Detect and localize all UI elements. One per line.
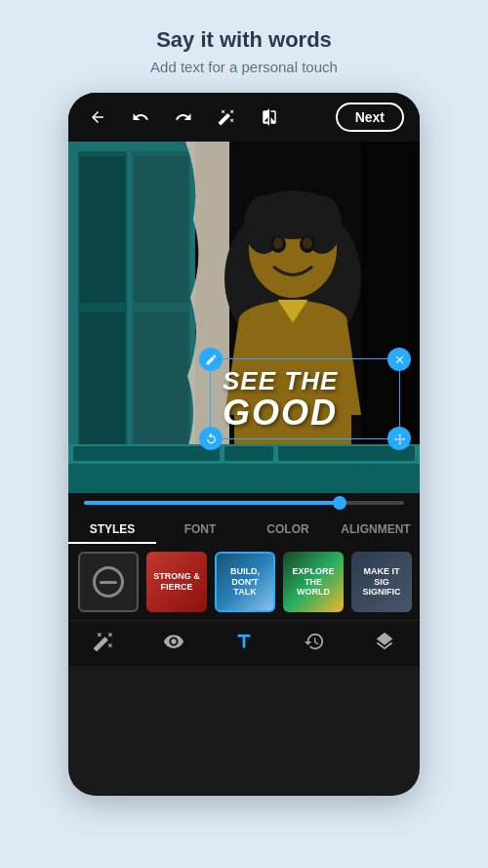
- style-thumb-4[interactable]: MAKE IT SIG SIGNIFIC: [351, 552, 412, 612]
- layers-tool[interactable]: [349, 631, 420, 652]
- photo-svg: [68, 142, 420, 493]
- edit-handle[interactable]: [199, 348, 223, 371]
- bottom-toolbar: [68, 620, 420, 666]
- text-tool[interactable]: [209, 631, 279, 652]
- no-style-icon: [93, 566, 124, 598]
- svg-rect-4: [80, 156, 125, 303]
- svg-point-16: [303, 237, 312, 249]
- style-thumb-3[interactable]: EXPLORE THE WORLD: [283, 552, 344, 612]
- svg-rect-21: [224, 446, 273, 461]
- style-thumb-none[interactable]: [78, 552, 139, 612]
- top-toolbar: Next: [68, 93, 420, 142]
- compare-icon[interactable]: [256, 103, 283, 131]
- history-icon: [304, 631, 325, 652]
- thumb-label-4: MAKE IT SIG SIGNIFIC: [351, 562, 412, 601]
- rotate-handle[interactable]: [199, 427, 223, 450]
- thumb-label-2: BUILD, DON'T TALK: [217, 562, 273, 601]
- slider-fill: [84, 501, 346, 505]
- text-box[interactable]: SEE THE GOOD: [210, 358, 400, 439]
- page-subtitle: Add text for a personal touch: [150, 59, 338, 75]
- next-button[interactable]: Next: [336, 103, 404, 132]
- page-header: Say it with words Add text for a persona…: [111, 0, 377, 93]
- slider-bar[interactable]: [84, 501, 404, 505]
- style-thumb-1[interactable]: STRONG & FIERCE: [146, 552, 207, 612]
- eye-icon: [163, 631, 184, 652]
- phone-mockup: Next: [68, 93, 420, 796]
- redo-icon[interactable]: [170, 103, 197, 131]
- toolbar-left-icons: [84, 103, 283, 131]
- svg-rect-20: [73, 446, 220, 461]
- magic-wand-tool[interactable]: [68, 631, 139, 652]
- layers-icon: [374, 631, 395, 652]
- tab-color[interactable]: COLOR: [244, 515, 332, 544]
- svg-rect-19: [68, 464, 420, 493]
- resize-handle[interactable]: [387, 427, 411, 450]
- tab-alignment[interactable]: ALIGNMENT: [332, 515, 420, 544]
- tab-font[interactable]: FONT: [156, 515, 244, 544]
- tab-styles[interactable]: STYLES: [68, 515, 156, 544]
- history-tool[interactable]: [279, 631, 349, 652]
- overlay-text-line2: GOOD: [223, 395, 387, 431]
- photo-canvas: SEE THE GOOD: [68, 142, 420, 493]
- eye-tool[interactable]: [139, 631, 209, 652]
- thumb-label-1: STRONG & FIERCE: [146, 567, 207, 597]
- text-box-wrapper: SEE THE GOOD: [210, 358, 400, 439]
- magic-icon[interactable]: [213, 103, 240, 131]
- tabs-row: STYLES FONT COLOR ALIGNMENT: [68, 509, 420, 544]
- style-thumbnails: STRONG & FIERCE BUILD, DON'T TALK EXPLOR…: [68, 544, 420, 620]
- overlay-text-line1: SEE THE: [223, 367, 387, 395]
- svg-rect-6: [134, 156, 188, 303]
- style-thumb-2[interactable]: BUILD, DON'T TALK: [215, 552, 275, 612]
- undo-icon[interactable]: [127, 103, 154, 131]
- text-icon: [233, 631, 255, 652]
- thumb-label-3: EXPLORE THE WORLD: [283, 562, 344, 601]
- magic-wand-icon: [93, 631, 114, 652]
- back-icon[interactable]: [84, 103, 111, 131]
- page-title: Say it with words: [150, 27, 338, 53]
- svg-point-15: [273, 237, 283, 249]
- slider-thumb[interactable]: [333, 496, 346, 510]
- slider-container: [68, 493, 420, 509]
